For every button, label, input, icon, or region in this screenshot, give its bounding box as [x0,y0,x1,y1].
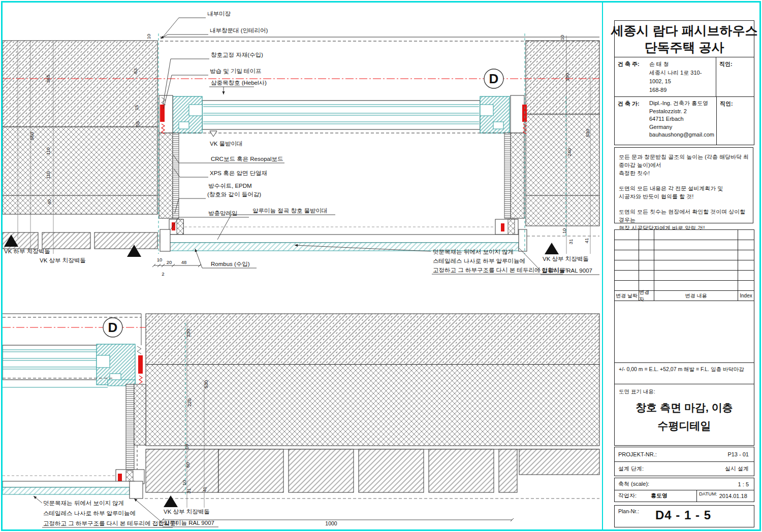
client-label: 건 축 주: [615,57,648,97]
annotation-label: 내부창문대 (인테리어) [210,27,268,34]
svg-text:41: 41 [202,487,207,492]
drawing-canvas: D 내부미장 내부창문대 (인테리어) 창호고정 자재(수입) 방습 및 기밀 … [0,0,602,532]
svg-text:41: 41 [584,238,589,244]
svg-text:220: 220 [186,398,192,407]
project-title-line1: 세종시 람다 패시브하우스 [611,22,758,39]
scale-value: 1 : 5 [738,481,754,487]
scale-info-box: 축척 (scale): 1 : 5 작업자: 홍도영 DATUM: 2014.0… [614,478,754,502]
fixing-bracket-red [138,355,143,374]
scale-label: 축척 (scale): [615,480,649,488]
detail-marker-d: D [103,318,122,337]
window-frame-assembly [3,344,143,387]
worker-value: 홍도영 [651,492,668,500]
title-block: 세종시 람다 패시브하우스 단독주택 공사 건 축 주: 손 태 청 세종시 나… [602,0,762,532]
client-name: 손 태 청 [649,60,714,69]
note-line: 도면의 모든 내용은 각 전문 설비계획가 및 [619,184,750,192]
right-frame-profile [480,96,510,133]
architect-seal-label: 직인: [716,97,754,145]
annotation-label: VK 물받이대 [210,141,243,147]
svg-text:240: 240 [566,148,572,156]
level-note: +/- 0,00 m = E.L. +52,07 m 해발 = F.L. 일층 … [619,366,744,373]
aluminium-label: 알루미늄 RAL 9007 [542,268,592,274]
drawing-sheet: D 내부미장 내부창문대 (인테리어) 창호고정 자재(수입) 방습 및 기밀 … [0,0,762,532]
vk-upper-label: VK 상부 치장벽돌 [40,257,86,263]
svg-text:10: 10 [561,228,567,234]
svg-text:55: 55 [135,121,140,127]
svg-text:530: 530 [203,380,209,388]
svg-text:48: 48 [181,259,187,265]
top-detail: D 내부미장 내부창문대 (인테리어) 창호고정 자재(수입) 방습 및 기밀 … [3,11,599,277]
client-seal-label: 직인: [716,57,754,97]
svg-text:60: 60 [185,462,190,468]
project-title-box: 세종시 람다 패시브하우스 단독주택 공사 [614,20,754,58]
note-line: 측정한 칫수! [619,169,750,177]
svg-text:230: 230 [185,329,191,337]
shutter-board [3,481,135,487]
date-label: DATUM: [697,491,719,501]
annotations: 내부미장 내부창문대 (인테리어) 창호고정 자재(수입) 방습 및 기밀 테이… [161,11,335,268]
plan-no-label: Plan-Nr.: [618,508,639,514]
revision-col-by: 변경자 [639,291,654,301]
phase-value: 실시 설계 [725,465,754,473]
svg-text:15: 15 [134,105,139,111]
shutter-board [160,235,526,243]
annotation-label: Rombus (수입) [211,261,250,267]
svg-text:63: 63 [133,69,138,74]
left-frame-profile [173,96,202,133]
svg-text:10: 10 [146,34,151,40]
annotation-label: (창호와 같이 들어감) [207,191,261,197]
date-value: 2014.01.18 [719,493,747,499]
annotation-label: 방수쉬트, EPDM [208,183,252,189]
content-label: 도면 표기 내용: [619,388,655,395]
detail-marker-d: D [484,69,503,88]
vk-upper-right-label: VK 상부 치장벽돌 [543,256,589,262]
svg-text:1000: 1000 [325,520,337,526]
svg-text:스테일레스 나사로 하부 알루미늄에: 스테일레스 나사로 하부 알루미늄에 [433,258,525,264]
revision-and-title-box: 변경 날짜 변경자 변경 내용 Index +/- 0,00 m = E.L. … [614,229,754,446]
architect-name: Dipl.-Ing. 건축가 홍도영 [649,99,714,108]
revision-table: 변경 날짜 변경자 변경 내용 Index [615,230,754,301]
svg-text:190: 190 [564,73,570,81]
revision-col-desc: 변경 내용 [654,291,738,301]
svg-text:110: 110 [45,171,51,179]
svg-text:31: 31 [186,488,192,494]
vk-triangle-marker [545,243,559,254]
client-box: 건 축 주: 손 태 청 세종시 나리 1로 310-1002, 15 168-… [614,57,754,97]
note-line: 시공자와 반듯이 협의를 할 것! [619,192,750,201]
general-notes-box: 모든 문과 창문받침 골조의 높이는 (각층 해당바닥 최종마감 높이)에서 측… [614,147,753,223]
svg-text:10: 10 [181,480,187,486]
svg-text:20: 20 [167,259,172,265]
svg-text:10: 10 [559,35,565,41]
drawing-title-line1: 창호 측면 마감, 이층 [615,401,754,415]
svg-text:530: 530 [585,129,590,137]
labels: 덧문목재는 뒤에서 보이지 않게 스테일레스 나사로 하부 알루미늄에 고정하고… [34,495,218,527]
project-title-line2: 단독주택 공사 [645,39,724,56]
jamb-column [126,384,146,470]
annotation-label: 방습 및 기밀 테이프 [210,68,262,74]
svg-text:스테일레스 나사로 하부 알루미늄에: 스테일레스 나사로 하부 알루미늄에 [43,510,136,516]
annotation-label: 삼중목창호 (Hebel사) [211,80,267,86]
svg-text:덧문목재는 뒤에서 보이지 않게: 덧문목재는 뒤에서 보이지 않게 [43,500,124,506]
bottom-detail: D 덧문목재는 뒤에서 보이지 않게 스테일레스 나사로 하부 알루미늄에 고정… [3,314,599,527]
annotation-label: 내부미장 [207,11,231,17]
svg-text:110: 110 [45,147,51,155]
svg-text:D: D [108,320,118,335]
svg-text:31: 31 [568,239,574,245]
svg-text:고정하고 그 하부구조를 다시 본 테두리에 접합시공!: 고정하고 그 하부구조를 다시 본 테두리에 접합시공! [43,520,177,526]
wall-section [146,314,599,492]
client-address2: 168-89 [649,86,714,94]
svg-text:D: D [489,71,499,86]
revision-col-index: Index [738,291,754,301]
svg-text:40: 40 [46,200,52,205]
frame-profile [97,344,135,386]
architect-email: bauhaushong@gmail.com [649,131,714,139]
svg-text:560: 560 [29,132,35,140]
sill-bracket-right [495,219,518,235]
svg-text:덧문목재는 뒤에서 보이지 않게: 덧문목재는 뒤에서 보이지 않게 [433,249,514,255]
architect-address2: 64711 Erbach [649,115,714,123]
client-address1: 세종시 나리 1로 310-1002, 15 [649,69,714,86]
aluminium-label: 알루미늄 RAL 9007 [164,520,214,526]
note-line: 모든 문과 창문받침 골조의 높이는 (각층 해당바닥 최종마감 높이)에서 [619,153,750,169]
architect-address1: Pestalozzistr. 2 [649,108,714,116]
plan-number-box: Plan-Nr.: D4 - 1 - 5 [614,505,754,527]
